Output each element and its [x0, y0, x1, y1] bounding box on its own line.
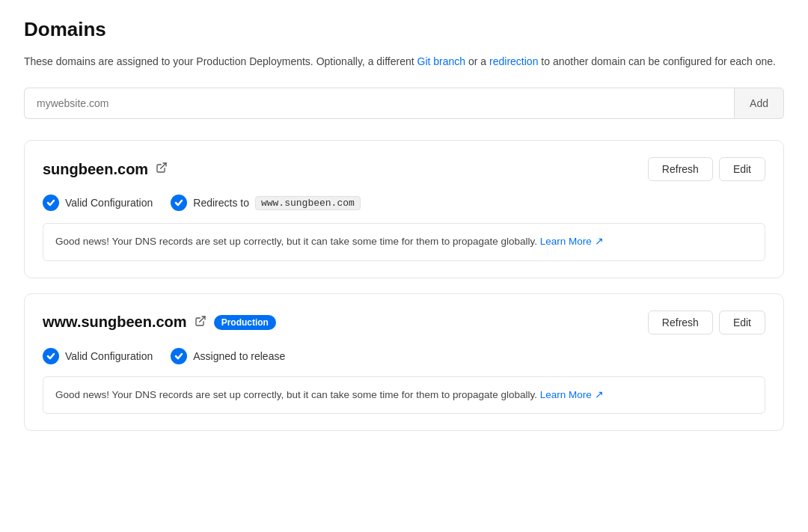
external-link-icon[interactable]	[195, 315, 206, 330]
svg-line-0	[161, 163, 166, 168]
status-label: Redirects to	[193, 197, 249, 209]
status-label: Assigned to release	[193, 350, 285, 362]
external-link-icon[interactable]	[156, 162, 168, 177]
info-box: Good news! Your DNS records are set up c…	[43, 223, 765, 260]
domain-name: sungbeen.com	[43, 161, 148, 178]
check-icon	[171, 348, 187, 364]
page-description: These domains are assigned to your Produ…	[24, 53, 784, 70]
info-box: Good news! Your DNS records are set up c…	[43, 376, 765, 414]
domain-status-row: Valid ConfigurationRedirects towww.sungb…	[43, 195, 765, 211]
domain-name-group: www.sungbeen.comProduction	[43, 314, 276, 331]
learn-more-link[interactable]: Learn More ↗	[540, 389, 604, 400]
production-badge: Production	[214, 315, 276, 330]
status-item-1: Valid Configuration	[43, 195, 153, 211]
domain-card-2: www.sungbeen.comProductionRefreshEditVal…	[24, 293, 784, 431]
add-domain-button[interactable]: Add	[734, 88, 784, 119]
refresh-button[interactable]: Refresh	[648, 311, 713, 334]
domains-list: sungbeen.comRefreshEditValid Configurati…	[24, 140, 784, 431]
domain-name-group: sungbeen.com	[43, 161, 168, 178]
domain-card-header: www.sungbeen.comProductionRefreshEdit	[43, 311, 765, 334]
info-message: Good news! Your DNS records are set up c…	[55, 236, 540, 247]
add-domain-row: Add	[24, 88, 784, 119]
refresh-button[interactable]: Refresh	[648, 157, 713, 181]
info-message: Good news! Your DNS records are set up c…	[55, 389, 540, 400]
check-icon	[43, 195, 59, 211]
domain-status-row: Valid ConfigurationAssigned to release	[43, 348, 765, 364]
domain-actions: RefreshEdit	[648, 311, 765, 334]
redirection-link[interactable]: redirection	[489, 55, 538, 67]
git-branch-link[interactable]: Git branch	[417, 55, 466, 67]
status-label: Valid Configuration	[65, 350, 153, 362]
domain-card-header: sungbeen.comRefreshEdit	[43, 157, 765, 181]
check-icon	[171, 195, 187, 211]
status-item-1: Valid Configuration	[43, 348, 153, 364]
redirect-code: www.sungbeen.com	[255, 196, 361, 210]
edit-button[interactable]: Edit	[719, 157, 765, 181]
status-item-2: Redirects towww.sungbeen.com	[171, 195, 361, 211]
check-icon	[43, 348, 59, 364]
learn-more-link[interactable]: Learn More ↗	[540, 236, 604, 247]
page-title: Domains	[24, 18, 784, 41]
status-item-2: Assigned to release	[171, 348, 285, 364]
domain-card-1: sungbeen.comRefreshEditValid Configurati…	[24, 140, 784, 278]
domain-actions: RefreshEdit	[648, 157, 765, 181]
edit-button[interactable]: Edit	[719, 311, 765, 334]
status-label: Valid Configuration	[65, 197, 153, 209]
domain-name: www.sungbeen.com	[43, 314, 187, 331]
domain-input[interactable]	[24, 88, 734, 119]
svg-line-1	[199, 317, 204, 322]
